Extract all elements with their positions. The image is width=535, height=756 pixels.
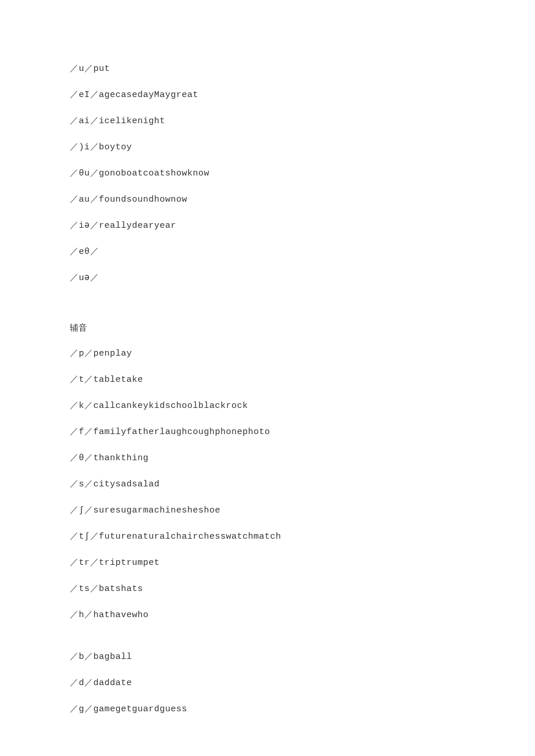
phonetic-line: ／ai／icelikenight <box>70 116 465 127</box>
phonetic-line: ／ts／batshats <box>70 584 465 594</box>
phonetic-line: ／tr／triptrumpet <box>70 558 465 568</box>
phonetic-line: ／uə／ <box>70 273 465 284</box>
phonetic-line: ／au／foundsoundhownow <box>70 195 465 205</box>
phonetic-line: ／h／hathavewho <box>70 610 465 621</box>
phonetic-line: ／d／daddate <box>70 678 465 689</box>
phonetic-line: ／k／callcankeykidschoolblackrock <box>70 401 465 411</box>
phonetic-line: ／t∫／futurenaturalchairchesswatchmatch <box>70 532 465 542</box>
phonetic-line: ／)i／boytoy <box>70 142 465 153</box>
phonetic-line: ／s／citysadsalad <box>70 479 465 490</box>
phonetic-line: ／θ／thankthing <box>70 453 465 464</box>
phonetic-line: ／t／tabletake <box>70 375 465 385</box>
phonetic-line: ／b／bagball <box>70 652 465 662</box>
phonetic-line: ／p／penplay <box>70 349 465 359</box>
section-divider <box>70 299 465 323</box>
phonetic-line: ／θu／gonoboatcoatshowknow <box>70 169 465 179</box>
phonetic-line: ／iə／reallydearyear <box>70 221 465 231</box>
consonants-heading: 辅音 <box>70 323 465 333</box>
phonetic-line: ／∫／suresugarmachinesheshoe <box>70 506 465 516</box>
phonetic-line: ／g／gamegetguardguess <box>70 704 465 715</box>
group-divider <box>70 636 465 652</box>
phonetic-line: ／eI／agecasedayMaygreat <box>70 90 465 101</box>
phonetic-line: ／eθ／ <box>70 247 465 257</box>
phonetic-line: ／u／put <box>70 64 465 74</box>
phonetic-line: ／f／familyfatherlaughcoughphonephoto <box>70 427 465 438</box>
